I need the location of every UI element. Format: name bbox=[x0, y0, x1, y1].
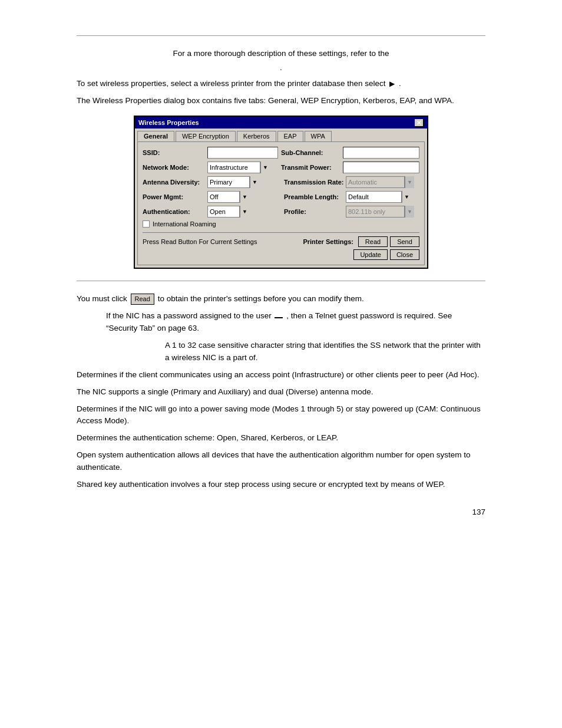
preamble-length-label: Preamble Length: bbox=[284, 193, 346, 200]
profile-label: Profile: bbox=[284, 208, 346, 215]
tab-wpa[interactable]: WPA bbox=[305, 131, 332, 141]
ssid-description-para: A 1 to 32 case sensitive character strin… bbox=[77, 340, 485, 364]
ssid-input[interactable] bbox=[207, 147, 278, 159]
international-roaming-label: International Roaming bbox=[153, 220, 216, 228]
tab-wep-encryption[interactable]: WEP Encryption bbox=[176, 131, 236, 141]
transmission-rate-label: Transmission Rate: bbox=[284, 179, 346, 186]
intro-section: For a more thorough description of these… bbox=[0, 48, 562, 107]
dialog-bottom-row: Press Read Button For Current Settings P… bbox=[143, 236, 419, 247]
power-mgmt-value: Off bbox=[210, 193, 237, 200]
authentication-col-left: Authentication: Open ▼ bbox=[143, 206, 284, 218]
power-mgmt-description-para: Determines if the NIC will go into a pow… bbox=[77, 403, 485, 428]
authentication-value: Open bbox=[210, 208, 237, 215]
must-click-para: You must click Read to obtain the printe… bbox=[77, 293, 485, 305]
authentication-row: Authentication: Open ▼ Profile: 802. bbox=[143, 206, 419, 218]
printer-settings-label: Printer Settings: bbox=[303, 238, 353, 245]
press-read-text: Press Read Button For Current Settings bbox=[143, 238, 257, 245]
dialog-tabs: General WEP Encryption Kerberos EAP WPA bbox=[135, 129, 427, 141]
must-click-end: to obtain the printer's settings before … bbox=[158, 294, 364, 303]
transmission-rate-col-right: Transmission Rate: Automatic ▼ bbox=[284, 176, 419, 188]
power-mgmt-arrow[interactable]: ▼ bbox=[240, 191, 249, 203]
send-button[interactable]: Send bbox=[390, 236, 419, 247]
read-button[interactable]: Read bbox=[358, 236, 388, 247]
transmit-power-input[interactable] bbox=[343, 162, 419, 173]
profile-arrow[interactable]: ▼ bbox=[405, 206, 414, 218]
tab-kerberos[interactable]: Kerberos bbox=[237, 131, 276, 141]
network-mode-select[interactable]: Infrastructure bbox=[207, 162, 260, 173]
intro-text: For a more thorough description of these… bbox=[77, 48, 485, 60]
preamble-length-arrow[interactable]: ▼ bbox=[402, 191, 411, 203]
nic-password-start: If the NIC has a password assigned to th… bbox=[106, 311, 272, 320]
close-button[interactable]: Close bbox=[390, 249, 419, 260]
international-roaming-row: International Roaming bbox=[143, 220, 419, 228]
transmission-rate-select[interactable]: Automatic bbox=[346, 176, 405, 188]
profile-value: 802.11b only bbox=[348, 208, 402, 215]
page-container: For a more thorough description of these… bbox=[0, 35, 562, 728]
nic-password-para: If the NIC has a password assigned to th… bbox=[77, 310, 485, 335]
network-mode-col-left: Network Mode: Infrastructure ▼ bbox=[143, 162, 281, 173]
section-rule bbox=[77, 281, 485, 281]
dialog-wrapper: Wireless Properties ✕ General WEP Encryp… bbox=[0, 116, 562, 269]
authentication-arrow[interactable]: ▼ bbox=[240, 206, 249, 218]
printer-settings-area: Printer Settings: Read Send bbox=[303, 236, 419, 247]
power-mgmt-select[interactable]: Off bbox=[207, 191, 240, 203]
tab-eap[interactable]: EAP bbox=[277, 131, 303, 141]
shared-key-description-para: Shared key authentication involves a fou… bbox=[77, 479, 485, 491]
page-number: 137 bbox=[0, 496, 562, 516]
antenna-diversity-label: Antenna Diversity: bbox=[143, 179, 207, 186]
update-button[interactable]: Update bbox=[353, 249, 387, 260]
para1-text: To set wireless properties, select a wir… bbox=[77, 79, 386, 88]
ssid-col-left: SSID: bbox=[143, 147, 281, 159]
dialog-close-icon[interactable]: ✕ bbox=[414, 118, 424, 127]
preamble-length-select[interactable]: Default bbox=[346, 191, 402, 203]
subchannel-col-right: Sub-Channel: bbox=[281, 147, 419, 159]
antenna-description-para: The NIC supports a single (Primary and A… bbox=[77, 386, 485, 398]
dialog-separator bbox=[143, 232, 419, 233]
authentication-description-para: Determines the authentication scheme: Op… bbox=[77, 432, 485, 444]
profile-select[interactable]: 802.11b only bbox=[346, 206, 405, 218]
international-roaming-checkbox[interactable] bbox=[143, 220, 150, 228]
network-mode-arrow[interactable]: ▼ bbox=[260, 162, 270, 173]
subchannel-input[interactable] bbox=[343, 147, 419, 159]
network-mode-description-para: Determines if the client communicates us… bbox=[77, 369, 485, 381]
wireless-properties-dialog: Wireless Properties ✕ General WEP Encryp… bbox=[134, 116, 428, 269]
body-text-section: You must click Read to obtain the printe… bbox=[0, 293, 562, 491]
arrow-icon: ▶ bbox=[389, 78, 395, 90]
dialog-title: Wireless Properties bbox=[138, 119, 199, 126]
transmission-rate-arrow[interactable]: ▼ bbox=[405, 176, 414, 188]
ssid-label: SSID: bbox=[143, 149, 207, 156]
power-mgmt-label: Power Mgmt: bbox=[143, 193, 207, 200]
power-mgmt-row: Power Mgmt: Off ▼ Preamble Length: D bbox=[143, 191, 419, 203]
antenna-diversity-col-left: Antenna Diversity: Primary ▼ bbox=[143, 176, 284, 188]
transmission-rate-value: Automatic bbox=[348, 179, 402, 186]
network-mode-value: Infrastructure bbox=[210, 164, 258, 171]
dialog-titlebar: Wireless Properties ✕ bbox=[135, 117, 427, 129]
tab-general[interactable]: General bbox=[137, 131, 174, 141]
antenna-diversity-select[interactable]: Primary bbox=[207, 176, 250, 188]
antenna-diversity-row: Antenna Diversity: Primary ▼ Transmissio… bbox=[143, 176, 419, 188]
transmit-power-col-right: Transmit Power: bbox=[281, 162, 419, 173]
transmit-power-label: Transmit Power: bbox=[281, 164, 343, 171]
authentication-select[interactable]: Open bbox=[207, 206, 240, 218]
update-close-row: Update Close bbox=[143, 249, 419, 260]
profile-col-right: Profile: 802.11b only ▼ bbox=[284, 206, 419, 218]
nic-password-button bbox=[275, 317, 283, 318]
power-mgmt-col-left: Power Mgmt: Off ▼ bbox=[143, 191, 284, 203]
dialog-body: SSID: Sub-Channel: Network Mode: I bbox=[137, 141, 425, 265]
read-inline-button: Read bbox=[131, 294, 154, 305]
subchannel-label: Sub-Channel: bbox=[281, 149, 343, 156]
para1: To set wireless properties, select a wir… bbox=[77, 78, 485, 90]
network-mode-label: Network Mode: bbox=[143, 164, 207, 171]
network-mode-row: Network Mode: Infrastructure ▼ Transmit … bbox=[143, 162, 419, 173]
authentication-label: Authentication: bbox=[143, 208, 207, 215]
preamble-length-col-right: Preamble Length: Default ▼ bbox=[284, 191, 419, 203]
antenna-diversity-arrow[interactable]: ▼ bbox=[250, 176, 259, 188]
period-line: . bbox=[77, 63, 485, 72]
open-auth-description-para: Open system authentication allows all de… bbox=[77, 449, 485, 474]
para2: The Wireless Properties dialog box conta… bbox=[77, 95, 485, 107]
ssid-row: SSID: Sub-Channel: bbox=[143, 147, 419, 159]
antenna-diversity-value: Primary bbox=[210, 179, 247, 186]
para1-end: . bbox=[399, 79, 401, 88]
preamble-length-value: Default bbox=[348, 193, 399, 200]
must-click-text: You must click bbox=[77, 294, 127, 303]
